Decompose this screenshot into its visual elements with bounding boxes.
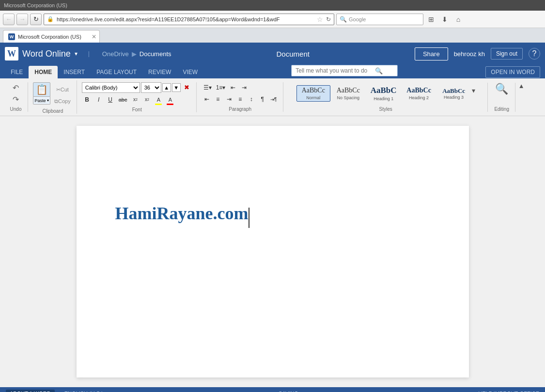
word-logo-icon: W bbox=[5, 47, 18, 60]
align-right-button[interactable]: ⇥ bbox=[224, 94, 234, 105]
numbered-list-button[interactable]: 1≡▾ bbox=[214, 82, 228, 93]
font-size-increase-button[interactable]: ▲ bbox=[162, 83, 171, 92]
breadcrumb-current[interactable]: Documents bbox=[140, 50, 171, 58]
tab-view[interactable]: VIEW bbox=[177, 66, 203, 78]
forward-button[interactable]: → bbox=[16, 14, 28, 25]
copy-button[interactable]: ⧉ Copy bbox=[52, 96, 73, 106]
search-bar[interactable]: 🔍 Google bbox=[336, 14, 423, 25]
doc-content-area[interactable]: HamiRayane.com bbox=[115, 155, 430, 228]
clear-formatting-button[interactable]: ✖ bbox=[182, 82, 192, 93]
word-dropdown-arrow[interactable]: ▾ bbox=[75, 50, 78, 57]
refresh-button[interactable]: ↻ bbox=[30, 14, 42, 25]
tell-me-input[interactable] bbox=[296, 67, 373, 74]
doc-text: HamiRayane.com bbox=[115, 204, 249, 223]
search-icon: 🔍 bbox=[340, 16, 347, 23]
word-count-badge[interactable]: ABOUT 1 WORD bbox=[6, 390, 55, 392]
line-spacing-button[interactable]: ↕ bbox=[246, 94, 257, 105]
text-cursor bbox=[249, 208, 249, 228]
style-heading2-label: Heading 2 bbox=[409, 95, 429, 100]
style-no-spacing-preview: AaBbCc bbox=[337, 87, 360, 95]
style-normal[interactable]: AaBbCc Normal bbox=[296, 85, 330, 102]
breadcrumb-arrow-icon: ▶ bbox=[132, 50, 137, 58]
justify-button[interactable]: ≡ bbox=[235, 94, 246, 105]
tell-me-search-icon: 🔍 bbox=[375, 67, 383, 75]
paste-arrow-icon: ▾ bbox=[47, 98, 49, 103]
superscript-button[interactable]: x2 bbox=[141, 94, 152, 105]
tab-home[interactable]: HOME bbox=[29, 66, 58, 78]
show-paragraph-button[interactable]: ¶ bbox=[257, 94, 268, 105]
style-heading2-preview: AaBbCc bbox=[406, 87, 431, 95]
ribbon-search-area: 🔍 bbox=[203, 65, 485, 78]
font-size-decrease-button[interactable]: ▼ bbox=[172, 83, 181, 92]
open-in-word-button[interactable]: OPEN IN WORD bbox=[485, 66, 540, 78]
find-replace-button[interactable]: 🔍 bbox=[495, 83, 508, 95]
strikethrough-button[interactable]: abc bbox=[117, 94, 129, 105]
breadcrumb-parent[interactable]: OneDrive bbox=[102, 50, 129, 58]
highlight-color-strip bbox=[155, 104, 162, 105]
paste-icon: 📋 bbox=[36, 84, 48, 95]
doc-title: Document bbox=[171, 50, 415, 58]
ribbon-tabs-row: FILE HOME INSERT PAGE LAYOUT REVIEW VIEW… bbox=[0, 65, 545, 78]
user-name: behrooz kh bbox=[454, 50, 485, 58]
editing-group: 🔍 Editing bbox=[489, 83, 515, 112]
word-w-letter: W bbox=[7, 49, 16, 59]
style-normal-label: Normal bbox=[306, 95, 320, 100]
ribbon-collapse-button[interactable]: ▲ bbox=[518, 82, 525, 90]
style-heading3[interactable]: AaBbCc Heading 3 bbox=[437, 86, 471, 102]
style-no-spacing[interactable]: AaBbCc No Spacing bbox=[331, 85, 365, 102]
secure-icon: 🔒 bbox=[47, 16, 54, 22]
cut-button[interactable]: ✂ Cut bbox=[52, 84, 73, 95]
bullet-list-button[interactable]: ☰▾ bbox=[202, 82, 214, 93]
indent-increase-button[interactable]: ⇥ bbox=[239, 82, 249, 93]
font-size-select[interactable]: 36 bbox=[141, 82, 161, 93]
style-heading3-preview: AaBbCc bbox=[442, 87, 465, 95]
star-icon[interactable]: ☆ bbox=[317, 15, 323, 23]
style-no-spacing-label: No Spacing bbox=[337, 95, 359, 100]
back-button[interactable]: ← bbox=[3, 14, 15, 25]
bold-button[interactable]: B bbox=[82, 94, 93, 105]
styles-more-button[interactable]: ▾ bbox=[472, 87, 475, 100]
bidi-button[interactable]: ⇥¶ bbox=[268, 94, 279, 105]
browser-chrome: Microsoft Corporation (US) ← → ↻ 🔒 https… bbox=[0, 0, 545, 43]
paragraph-group-label: Paragraph bbox=[229, 106, 251, 112]
browser-tab[interactable]: W Microsoft Corporation (US) ✕ bbox=[3, 30, 100, 43]
browser-title-text: Microsoft Corporation (US) bbox=[4, 2, 67, 8]
align-left-button[interactable]: ⇤ bbox=[202, 94, 212, 105]
sign-out-button[interactable]: Sign out bbox=[491, 48, 523, 60]
browser-toolbar: ← → ↻ 🔒 https://onedrive.live.com/edit.a… bbox=[0, 11, 545, 28]
style-heading2[interactable]: AaBbCc Heading 2 bbox=[402, 85, 436, 102]
subscript-button[interactable]: x2 bbox=[130, 94, 140, 105]
word-titlebar: W Word Online ▾ | OneDrive ▶ Documents D… bbox=[0, 43, 545, 65]
tab-close-icon[interactable]: ✕ bbox=[92, 33, 96, 40]
style-heading1[interactable]: AaBbC Heading 1 bbox=[366, 84, 401, 102]
tab-insert[interactable]: INSERT bbox=[58, 66, 91, 78]
ribbon-search-box[interactable]: 🔍 bbox=[291, 65, 398, 76]
refresh-icon[interactable]: ↻ bbox=[326, 16, 331, 23]
help-button[interactable]: ? bbox=[529, 48, 540, 60]
undo-button[interactable]: ↶ bbox=[11, 82, 21, 93]
paste-dropdown-button[interactable]: Paste ▾ bbox=[33, 97, 50, 105]
redo-button[interactable]: ↷ bbox=[11, 94, 21, 105]
tab-file[interactable]: FILE bbox=[5, 66, 29, 78]
indent-decrease-button[interactable]: ⇤ bbox=[228, 82, 238, 93]
font-family-select[interactable]: Calibri (Body) bbox=[82, 82, 140, 93]
paste-area: 📋 Paste ▾ bbox=[33, 82, 50, 105]
align-center-button[interactable]: ≡ bbox=[213, 94, 223, 105]
ribbon-tabs: FILE HOME INSERT PAGE LAYOUT REVIEW VIEW bbox=[5, 66, 203, 78]
status-bar: ABOUT 1 WORD ENGLISH (U.S.) SAVING... HE… bbox=[0, 387, 545, 392]
paste-top-button[interactable]: 📋 bbox=[33, 82, 50, 97]
share-button[interactable]: Share bbox=[415, 47, 448, 60]
ribbon-toolbar: ↶ ↷ Undo 📋 Paste ▾ ✂ Cut ⧉ C bbox=[0, 78, 545, 116]
extensions-icon[interactable]: ⊞ bbox=[425, 14, 437, 25]
style-heading3-label: Heading 3 bbox=[444, 95, 464, 100]
word-app-name: Word Online bbox=[22, 49, 71, 59]
word-app: W Word Online ▾ | OneDrive ▶ Documents D… bbox=[0, 43, 545, 392]
underline-button[interactable]: U bbox=[105, 94, 116, 105]
tab-review[interactable]: REVIEW bbox=[142, 66, 177, 78]
home-icon[interactable]: ⌂ bbox=[452, 14, 464, 25]
doc-area: HamiRayane.com bbox=[0, 116, 545, 387]
download-icon[interactable]: ⬇ bbox=[439, 14, 451, 25]
italic-button[interactable]: I bbox=[93, 94, 104, 105]
address-bar[interactable]: 🔒 https://onedrive.live.com/edit.aspx?re… bbox=[44, 14, 334, 25]
tab-page-layout[interactable]: PAGE LAYOUT bbox=[91, 66, 142, 78]
